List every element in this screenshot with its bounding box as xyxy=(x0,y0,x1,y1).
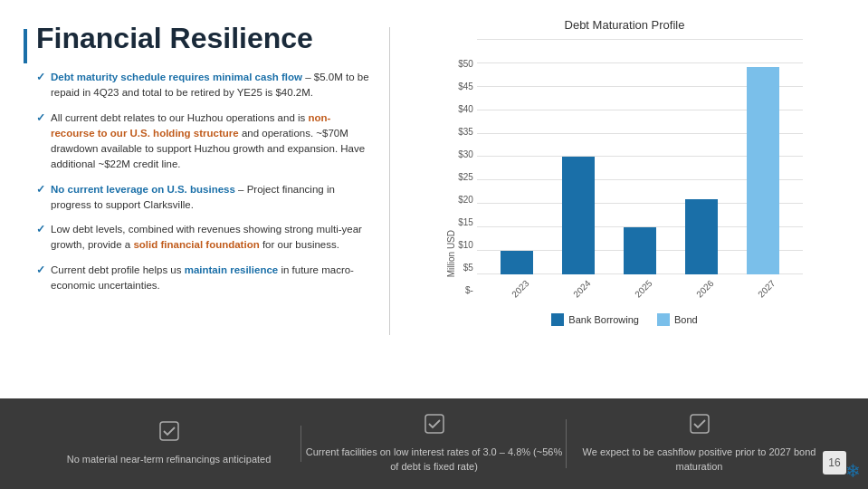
snowflake-icon: ❄ xyxy=(845,460,861,482)
y-label-35: $35 xyxy=(458,128,473,137)
bar-group-2024 xyxy=(562,157,595,274)
footer-item-3: We expect to be cashflow positive prior … xyxy=(567,414,832,475)
x-label-2024: 2024 xyxy=(562,269,601,308)
bar-2026-bank xyxy=(685,199,718,274)
chart-bars-area xyxy=(477,39,803,274)
y-label-45: $45 xyxy=(458,82,473,91)
bullet-5-bold: maintain resilience xyxy=(185,264,279,275)
x-label-2027: 2027 xyxy=(747,269,786,308)
y-label-0: $- xyxy=(465,286,473,295)
footer-item-2: Current facilities on low interest rates… xyxy=(301,414,567,475)
bullet-3-bold: No current leverage on U.S. business xyxy=(51,184,235,195)
legend-bank-label: Bank Borrowing xyxy=(568,314,639,325)
footer-check-2 xyxy=(424,414,444,441)
bullet-item-5: Current debt profile helps us maintain r… xyxy=(36,263,371,294)
chart-area: Million USD $50 $45 $40 $35 $30 $25 $20 … xyxy=(446,39,803,295)
bar-group-2023 xyxy=(501,251,533,274)
bar-2027-bond xyxy=(747,67,779,274)
bar-2023-bank xyxy=(501,251,533,274)
bar-2025-bank xyxy=(624,227,656,274)
bar-2024-bank xyxy=(562,157,595,274)
bar-group-2026 xyxy=(685,199,718,274)
x-label-2026: 2026 xyxy=(685,269,724,308)
y-axis-labels: $50 $45 $40 $35 $30 $25 $20 $15 $10 $5 $… xyxy=(458,60,473,295)
svg-rect-0 xyxy=(160,422,178,440)
page-number: 16 xyxy=(823,451,846,475)
panel-divider xyxy=(389,27,390,335)
y-label-20: $20 xyxy=(458,196,473,205)
title-accent xyxy=(24,29,27,63)
bullet-item-3: No current leverage on U.S. business – P… xyxy=(36,182,371,214)
bullet-4-bold: solid financial foundation xyxy=(133,239,259,250)
footer-bar: No material near-term refinancings antic… xyxy=(0,398,868,489)
bar-group-2025 xyxy=(624,227,656,274)
bullet-2-prefix: All current debt relates to our Huzhou o… xyxy=(51,112,308,123)
y-axis-title: Million USD xyxy=(446,230,456,277)
bullet-1-bold: Debt maturity schedule requires minimal … xyxy=(51,72,302,82)
y-label-30: $30 xyxy=(458,150,473,159)
footer-text-2: Current facilities on low interest rates… xyxy=(301,445,567,475)
bullet-list: Debt maturity schedule requires minimal … xyxy=(36,70,371,293)
x-label-2023: 2023 xyxy=(501,269,539,308)
y-label-25: $25 xyxy=(458,173,473,182)
svg-rect-2 xyxy=(691,415,709,433)
y-label-5: $5 xyxy=(463,264,473,273)
footer-item-1: No material near-term refinancings antic… xyxy=(36,421,301,467)
footer-check-1 xyxy=(159,421,179,448)
chart-legend: Bank Borrowing Bond xyxy=(551,313,697,326)
x-label-2025: 2025 xyxy=(624,269,663,308)
legend-bond: Bond xyxy=(657,313,698,326)
bullet-5-prefix: Current debt profile helps us xyxy=(51,264,185,275)
bars-row xyxy=(477,39,803,274)
chart-title: Debt Maturation Profile xyxy=(565,18,685,32)
svg-rect-1 xyxy=(425,415,444,433)
bullet-item-4: Low debt levels, combined with revenues … xyxy=(36,222,371,254)
footer-text-1: No material near-term refinancings antic… xyxy=(67,452,272,467)
y-label-10: $10 xyxy=(458,241,473,250)
bullet-4-rest: for our business. xyxy=(262,239,339,250)
bullet-item-2: All current debt relates to our Huzhou o… xyxy=(36,110,371,173)
legend-bank: Bank Borrowing xyxy=(551,313,639,326)
bar-group-2027 xyxy=(747,67,779,274)
legend-bond-box xyxy=(657,313,670,326)
x-axis-labels: 2023 2024 2025 2026 2027 xyxy=(477,274,803,295)
footer-text-3: We expect to be cashflow positive prior … xyxy=(567,445,832,475)
y-label-15: $15 xyxy=(458,218,473,227)
bullet-item-1: Debt maturity schedule requires minimal … xyxy=(36,70,371,101)
y-label-40: $40 xyxy=(458,105,473,114)
legend-bond-label: Bond xyxy=(674,314,698,325)
page-title: Financial Resilience xyxy=(36,22,371,55)
legend-bank-box xyxy=(551,313,564,326)
footer-check-3 xyxy=(690,414,710,441)
y-label-50: $50 xyxy=(458,60,473,69)
